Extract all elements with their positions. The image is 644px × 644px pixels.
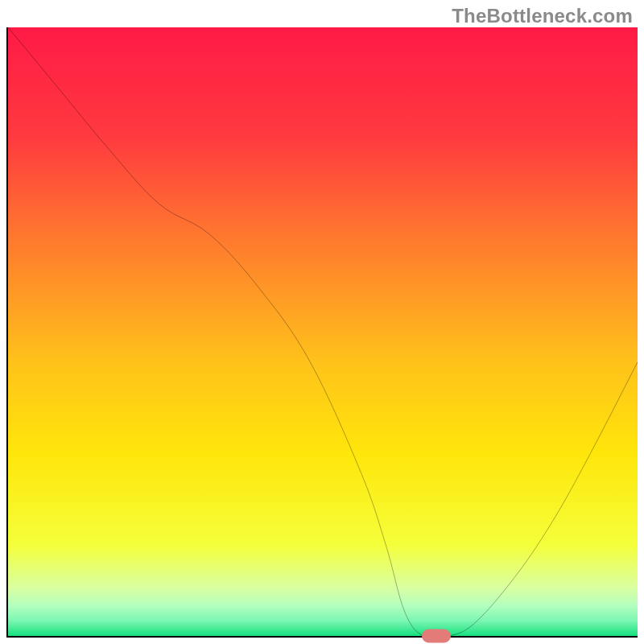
watermark-text: TheBottleneck.com: [452, 5, 633, 27]
plot-area: [6, 27, 638, 638]
background-gradient: [8, 27, 638, 636]
svg-rect-0: [8, 27, 638, 636]
optimal-marker: [422, 630, 451, 643]
chart-stage: TheBottleneck.com: [0, 0, 644, 644]
